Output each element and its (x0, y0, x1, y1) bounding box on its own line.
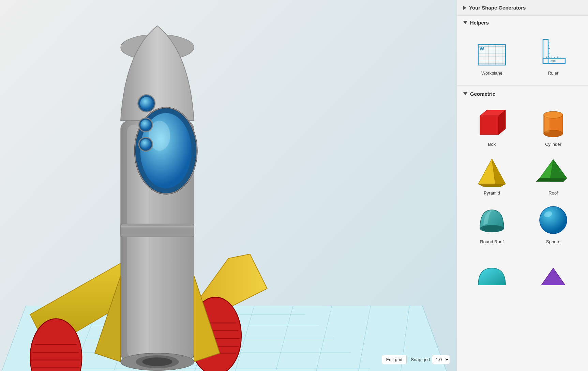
sphere-item[interactable]: Sphere (523, 200, 583, 247)
workplane-item[interactable]: W Workplane (462, 31, 522, 78)
main-viewport: Edit grid Snap grid 1.0 0.1 0.5 2.0 5.0 (0, 0, 457, 371)
geometric-section-header[interactable]: Geometric (457, 87, 588, 99)
svg-marker-86 (478, 184, 506, 187)
ruler-label: Ruler (548, 71, 558, 76)
box-label: Box (488, 142, 496, 147)
sphere-icon (534, 203, 572, 237)
svg-rect-62 (543, 40, 548, 63)
extra-shape-2[interactable] (523, 255, 583, 297)
snap-grid-control: Snap grid 1.0 0.1 0.5 2.0 5.0 (411, 355, 450, 364)
svg-rect-52 (121, 226, 194, 227)
snap-grid-label: Snap grid (411, 357, 430, 362)
round-roof-item[interactable]: Round Roof (462, 200, 522, 247)
helpers-section-header[interactable]: Helpers (457, 16, 588, 28)
roof-icon (534, 154, 572, 188)
cylinder-label: Cylinder (545, 142, 561, 147)
more-shapes-grid (457, 252, 588, 303)
geometric-expand-icon (463, 92, 467, 95)
round-roof-icon (473, 203, 511, 237)
helpers-expand-icon (463, 21, 467, 24)
roof-item[interactable]: Roof (523, 151, 583, 198)
svg-marker-93 (541, 268, 565, 285)
svg-point-57 (142, 357, 172, 366)
right-panel: Your Shape Generators Helpers W (457, 0, 588, 371)
rocket-scene (0, 0, 457, 371)
snap-grid-select[interactable]: 1.0 0.1 0.5 2.0 5.0 (432, 355, 450, 364)
pyramid-item[interactable]: Pyramid (462, 151, 522, 198)
ruler-item[interactable]: mm Ruler (523, 31, 583, 78)
svg-text:mm: mm (551, 59, 556, 63)
svg-point-46 (140, 97, 153, 110)
geometric-grid: Box Cylinder (457, 99, 588, 252)
sphere-label: Sphere (546, 239, 560, 244)
round-roof-label: Round Roof (480, 239, 503, 244)
svg-rect-77 (480, 116, 499, 135)
geometric-label: Geometric (470, 91, 495, 97)
helpers-grid: W Workplane (457, 28, 588, 84)
ruler-icon: mm (534, 34, 572, 68)
workplane-icon: W (473, 34, 511, 68)
cylinder-icon (534, 106, 572, 140)
bottom-controls: Edit grid Snap grid 1.0 0.1 0.5 2.0 5.0 (382, 355, 450, 364)
helpers-label: Helpers (470, 20, 489, 26)
roof-label: Roof (548, 190, 558, 196)
extra-shape-1[interactable] (462, 255, 522, 297)
extra-shape-2-icon (534, 259, 572, 293)
shape-generators-title: Your Shape Generators (469, 5, 526, 11)
box-icon (473, 106, 511, 140)
svg-marker-89 (536, 178, 567, 182)
pyramid-label: Pyramid (484, 190, 500, 196)
svg-point-48 (140, 120, 151, 130)
svg-point-90 (480, 225, 504, 232)
collapsed-icon (463, 6, 466, 10)
svg-point-50 (140, 139, 151, 149)
box-item[interactable]: Box (462, 102, 522, 150)
workplane-label: Workplane (481, 71, 502, 76)
extra-shape-1-icon (473, 259, 511, 293)
edit-grid-button[interactable]: Edit grid (382, 355, 407, 364)
svg-text:W: W (480, 46, 484, 51)
pyramid-icon (473, 154, 511, 188)
cylinder-item[interactable]: Cylinder (523, 102, 583, 150)
divider-helpers-geometric (457, 85, 588, 86)
svg-point-91 (540, 206, 567, 234)
shape-generators-header[interactable]: Your Shape Generators (457, 0, 588, 16)
svg-rect-83 (545, 116, 549, 133)
